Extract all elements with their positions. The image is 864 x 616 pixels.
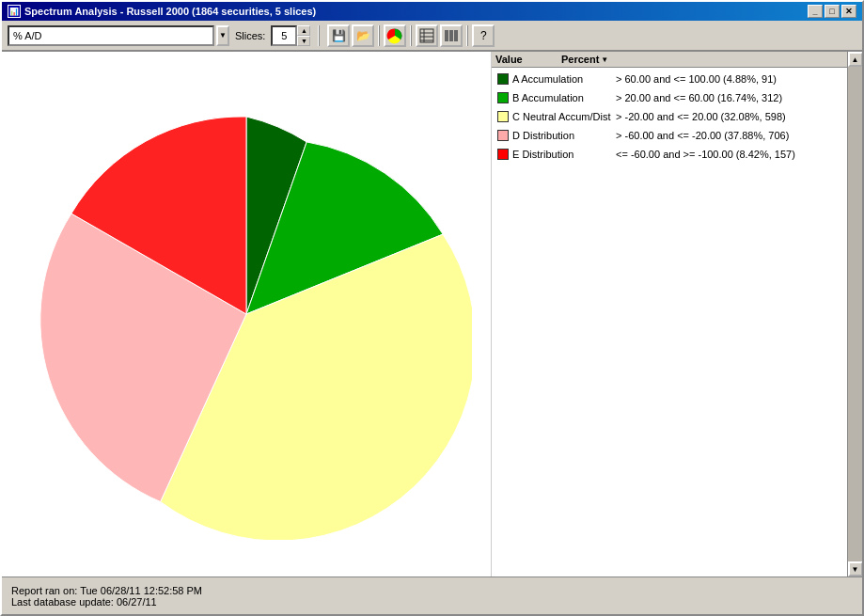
legend-swatch [497, 111, 509, 122]
toolbar-separator-3 [410, 25, 412, 46]
window-title: Spectrum Analysis - Russell 2000 (1864 s… [24, 6, 316, 17]
legend-value: <= -60.00 and >= -100.00 (8.42%, 157) [616, 149, 841, 160]
toolbar-separator-4 [466, 25, 468, 46]
open-button[interactable]: 📂 [352, 24, 374, 47]
title-controls: _ □ ✕ [808, 5, 856, 18]
legend-panel: Value Percent ▼ A Accumulation > 60.00 a… [491, 52, 847, 577]
svg-rect-6 [445, 30, 448, 41]
title-bar-left: 📊 Spectrum Analysis - Russell 2000 (1864… [8, 5, 316, 18]
scroll-down-button[interactable]: ▼ [848, 561, 863, 577]
toolbar-buttons: 💾 📂 [327, 24, 495, 47]
content-area: Value Percent ▼ A Accumulation > 60.00 a… [2, 52, 862, 577]
pie-chart-container [21, 88, 472, 540]
svg-rect-8 [454, 30, 458, 41]
sort-arrow-icon[interactable]: ▼ [601, 55, 608, 64]
legend-rows: A Accumulation > 60.00 and <= 100.00 (4.… [492, 68, 847, 166]
legend-swatch [497, 149, 509, 160]
col-percent-header: Percent ▼ [561, 54, 843, 65]
indicator-dropdown[interactable]: % A/D [8, 25, 214, 46]
toolbar-separator-1 [318, 25, 320, 46]
legend-value: > -20.00 and <= 20.00 (32.08%, 598) [616, 111, 841, 122]
legend-swatch [497, 130, 509, 141]
legend-row[interactable]: E Distribution <= -60.00 and >= -100.00 … [492, 145, 847, 164]
slices-label: Slices: [235, 30, 265, 41]
slices-input[interactable] [271, 25, 297, 46]
legend-label: A Accumulation [512, 73, 616, 85]
status-bar: Report ran on: Tue 06/28/11 12:52:58 PM … [2, 577, 862, 614]
scroll-up-button[interactable]: ▲ [848, 52, 863, 67]
minimize-button[interactable]: _ [808, 5, 823, 18]
title-bar: 📊 Spectrum Analysis - Russell 2000 (1864… [2, 2, 862, 21]
content-wrapper: Value Percent ▼ A Accumulation > 60.00 a… [2, 51, 862, 614]
dropdown-arrow[interactable]: ▼ [216, 25, 229, 46]
toolbar: % A/D ▼ Slices: ▲ ▼ 💾 📂 [2, 21, 862, 51]
legend-row[interactable]: D Distribution > -60.00 and <= -20.00 (3… [492, 126, 847, 145]
legend-row[interactable]: B Accumulation > 20.00 and <= 60.00 (16.… [492, 88, 847, 107]
legend-value: > 60.00 and <= 100.00 (4.88%, 91) [616, 73, 841, 85]
legend-value: > 20.00 and <= 60.00 (16.74%, 312) [616, 92, 841, 103]
legend-label: C Neutral Accum/Dist [512, 111, 616, 122]
status-line-2: Last database update: 06/27/11 [11, 596, 853, 608]
legend-row[interactable]: A Accumulation > 60.00 and <= 100.00 (4.… [492, 70, 847, 88]
save-button[interactable]: 💾 [327, 24, 350, 47]
legend-label: D Distribution [512, 130, 616, 141]
spin-down[interactable]: ▼ [297, 36, 310, 46]
columns-button[interactable] [440, 24, 463, 47]
app-icon: 📊 [8, 5, 21, 18]
col-value-header: Value [495, 54, 561, 65]
legend-swatch [497, 92, 509, 103]
legend-label: B Accumulation [512, 92, 616, 103]
dropdown-container: % A/D ▼ [8, 25, 229, 46]
toolbar-separator-2 [378, 25, 380, 46]
slices-spinner: ▲ ▼ [297, 25, 310, 46]
close-button[interactable]: ✕ [841, 5, 856, 18]
svg-rect-7 [449, 30, 453, 41]
maximize-button[interactable]: □ [825, 5, 840, 18]
spin-up[interactable]: ▲ [297, 25, 310, 36]
main-window: 📊 Spectrum Analysis - Russell 2000 (1864… [0, 0, 864, 616]
scroll-track [848, 67, 863, 561]
scrollbar-right: ▲ ▼ [847, 52, 862, 577]
legend-header: Value Percent ▼ [492, 52, 847, 68]
status-line-1: Report ran on: Tue 06/28/11 12:52:58 PM [11, 585, 853, 596]
chart-button[interactable] [384, 24, 406, 47]
legend-row[interactable]: C Neutral Accum/Dist > -20.00 and <= 20.… [492, 107, 847, 126]
table-button[interactable] [416, 24, 438, 47]
help-button[interactable]: ? [472, 24, 495, 47]
dropdown-value: % A/D [13, 30, 42, 41]
pie-chart [21, 88, 472, 540]
chart-area [2, 52, 491, 577]
legend-value: > -60.00 and <= -20.00 (37.88%, 706) [616, 130, 841, 141]
legend-swatch [497, 73, 509, 85]
legend-label: E Distribution [512, 149, 616, 160]
